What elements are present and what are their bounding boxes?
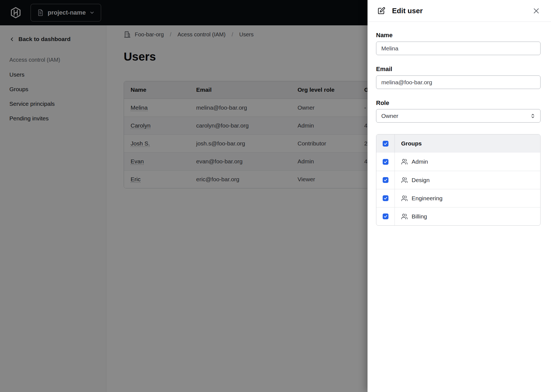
groups-panel-header: Groups [376,134,540,153]
group-label: Design [412,177,430,183]
group-label: Admin [412,158,428,165]
group-label: Engineering [412,195,442,202]
groups-panel: Groups Admin [376,134,541,226]
group-checkbox-engineering[interactable] [383,195,388,201]
drawer-body: Name Email Role Owner [368,32,551,226]
role-selected-value: Owner [381,113,530,119]
page: project-name Back to dashboard Access co… [0,0,551,392]
users-icon [401,213,408,220]
groups-header-label: Groups [401,140,422,147]
group-row: Design [376,171,540,189]
group-row: Admin [376,153,540,171]
check-icon [383,214,388,218]
group-label: Billing [412,213,427,220]
group-checkbox-billing[interactable] [383,213,388,219]
close-button[interactable] [531,6,541,16]
drawer-title: Edit user [392,7,531,15]
select-all-groups-checkbox[interactable] [383,141,388,147]
edit-pencil-square-icon [377,7,385,15]
select-chevrons-icon [530,113,536,119]
role-field-label: Role [376,99,541,107]
check-icon [383,196,388,200]
users-icon [401,177,408,183]
group-checkbox-admin[interactable] [383,159,388,165]
check-icon [383,142,388,146]
users-icon [401,158,408,165]
check-icon [383,160,388,164]
group-row: Billing [376,207,540,225]
edit-user-drawer: Edit user Name Email Role Owner [368,0,551,392]
users-icon [401,195,408,202]
name-input[interactable] [376,42,541,55]
drawer-header: Edit user [368,0,551,22]
email-field-label: Email [376,66,541,73]
email-input[interactable] [376,75,541,89]
group-checkbox-design[interactable] [383,177,388,183]
name-field-label: Name [376,32,541,39]
group-row: Engineering [376,189,540,207]
close-icon [533,7,540,15]
role-select[interactable]: Owner [376,109,541,123]
check-icon [383,178,388,182]
